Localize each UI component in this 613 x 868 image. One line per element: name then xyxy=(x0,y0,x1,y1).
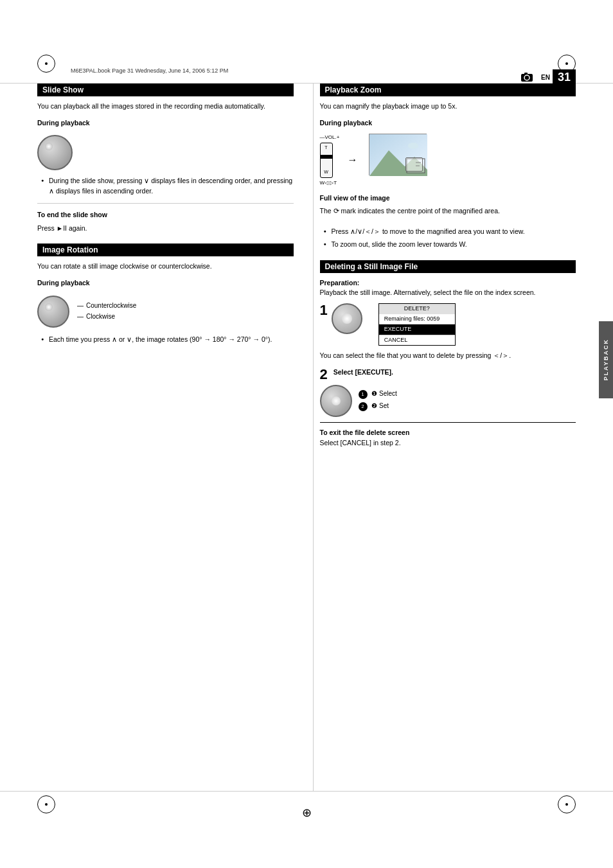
slide-show-end-text: Press ►II again. xyxy=(37,224,294,234)
lever-indicator xyxy=(321,155,332,159)
top-bar: M6E3PAL.book Page 31 Wednesday, June 14,… xyxy=(0,0,613,84)
dialog-remaining: Remaining files: 0059 xyxy=(379,314,455,325)
svg-rect-2 xyxy=(524,73,528,75)
playback-zoom-bullet2: To zoom out, slide the zoom lever toward… xyxy=(326,240,576,250)
svg-point-5 xyxy=(408,143,418,149)
bottom-center-mark xyxy=(302,806,312,820)
left-column: Slide Show You can playback all the imag… xyxy=(37,84,300,791)
main-content: Slide Show You can playback all the imag… xyxy=(37,84,576,791)
step1-content: DELETE? Remaining files: 0059 EXECUTE CA… xyxy=(332,303,576,346)
vol-indicator: —VOL.+ xyxy=(320,134,340,141)
step1-container: 1 DELETE? xyxy=(320,303,576,346)
exit-desc: Select [CANCEL] in step 2. xyxy=(320,439,401,447)
preparation-desc: Playback the still image. Alternatively,… xyxy=(320,288,536,296)
exit-title: To exit the file delete screen xyxy=(320,429,410,436)
file-info: M6E3PAL.book Page 31 Wednesday, June 14,… xyxy=(71,67,228,74)
image-rotation-description: You can rotate a still image clockwise o… xyxy=(37,261,294,272)
step2-number: 2 xyxy=(320,368,328,382)
rotation-lines: Counterclockwise Clockwise xyxy=(77,301,136,323)
circle-2: 2 xyxy=(359,402,368,411)
page-container: M6E3PAL.book Page 31 Wednesday, June 14,… xyxy=(0,0,613,868)
slide-show-end-title: To end the slide show xyxy=(37,210,294,220)
step1-number: 1 xyxy=(320,303,328,317)
rotation-dial xyxy=(37,296,69,328)
counterclockwise-label: Counterclockwise xyxy=(77,301,136,310)
set-label: 2 ❷ Set xyxy=(359,401,397,411)
delete-divider xyxy=(320,422,576,423)
full-view-title: Full view of the image xyxy=(320,193,576,204)
camera-icon xyxy=(518,69,536,84)
step1-desc: You can select the file that you want to… xyxy=(320,351,576,361)
bottom-bar xyxy=(0,791,613,868)
deleting-header: Deleting a Still Image File xyxy=(320,260,576,273)
dial-icon xyxy=(37,135,73,170)
playback-zoom-during-title: During playback xyxy=(320,118,576,128)
slide-show-dial xyxy=(37,132,294,177)
image-rotation-during-title: During playback xyxy=(37,278,294,288)
reg-mark-br xyxy=(558,795,576,813)
zoom-arrow: → xyxy=(347,152,357,168)
playback-zoom-description: You can magnify the playback image up to… xyxy=(320,102,576,112)
dialog-execute: EXECUTE xyxy=(379,324,455,335)
columns-layout: Slide Show You can playback all the imag… xyxy=(37,84,576,791)
right-column: Playback Zoom You can magnify the playba… xyxy=(313,84,576,791)
step1-dial xyxy=(332,303,362,334)
select-set-labels: 1 ❶ Select 2 ❷ Set xyxy=(359,389,397,413)
svg-rect-6 xyxy=(407,159,425,173)
dialog-cancel: CANCEL xyxy=(379,335,455,346)
image-rotation-header: Image Rotation xyxy=(37,244,294,256)
full-view-desc: The ⟳ mark indicates the centre point of… xyxy=(320,206,576,217)
sidebar-playback-text: PLAYBACK xyxy=(603,339,609,380)
slide-show-header: Slide Show xyxy=(37,84,294,96)
slide-show-description: You can playback all the images stored i… xyxy=(37,102,294,112)
image-rotation-body: You can rotate a still image clockwise o… xyxy=(37,261,294,344)
circle-1: 1 xyxy=(359,390,368,399)
select-set-container: 1 ❶ Select 2 ❷ Set xyxy=(320,385,576,417)
deleting-section: Deleting a Still Image File Preparation:… xyxy=(320,260,576,448)
reg-mark-bl xyxy=(37,795,55,813)
wt-label: W◁ ▷T xyxy=(320,179,340,187)
zoom-thumbnail xyxy=(369,134,427,175)
zoom-lever-container: —VOL.+ W◁ ▷T xyxy=(320,134,340,187)
playback-zoom-header: Playback Zoom xyxy=(320,84,576,96)
select-set-dial xyxy=(320,385,352,417)
image-rotation-section: Image Rotation You can rotate a still im… xyxy=(37,244,294,344)
slide-show-body: You can playback all the images stored i… xyxy=(37,102,294,233)
preparation-title: Preparation: xyxy=(320,279,360,287)
clockwise-label: Clockwise xyxy=(77,312,136,321)
page-language: EN xyxy=(541,74,550,81)
step2-container: 2 Select [EXECUTE]. xyxy=(320,368,576,382)
slide-show-bullet1: During the slide show, pressing ∨ displa… xyxy=(44,176,294,197)
zoom-area: —VOL.+ W◁ ▷T → xyxy=(320,134,576,187)
playback-zoom-body: You can magnify the playback image up to… xyxy=(320,102,576,250)
slide-show-during-title: During playback xyxy=(37,118,294,128)
select-label: 1 ❶ Select xyxy=(359,389,397,399)
zoom-lever xyxy=(320,143,333,178)
playback-zoom-bullet1: Press ∧/∨/＜/＞ to move to the magnified a… xyxy=(326,227,576,237)
slide-show-divider xyxy=(37,203,294,204)
step2-label: Select [EXECUTE]. xyxy=(333,368,393,376)
step1-dial-wrap xyxy=(332,303,362,334)
delete-dialog: DELETE? Remaining files: 0059 EXECUTE CA… xyxy=(378,303,456,346)
reg-mark-tl xyxy=(37,55,55,73)
rotation-diagram: Counterclockwise Clockwise xyxy=(37,292,294,331)
sidebar-playback: PLAYBACK xyxy=(599,321,613,398)
image-rotation-bullet1: Each time you press ∧ or ∨, the image ro… xyxy=(44,335,294,345)
delete-dialog-title: DELETE? xyxy=(379,304,455,314)
step-dial-inner xyxy=(342,314,352,324)
deleting-body: Preparation: Playback the still image. A… xyxy=(320,278,576,448)
